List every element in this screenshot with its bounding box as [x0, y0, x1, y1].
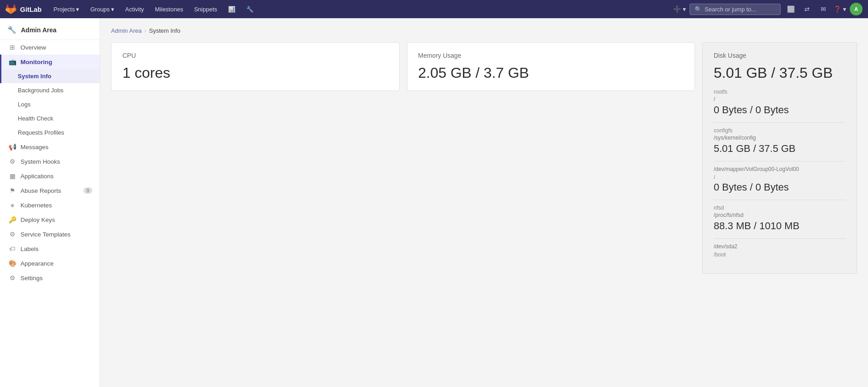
- plus-icon[interactable]: ➕ ▾: [673, 3, 686, 15]
- sidebar-item-abuse-reports[interactable]: ⚑ Abuse Reports 0: [0, 183, 100, 198]
- nav-activity[interactable]: Activity: [121, 4, 148, 15]
- sidebar-item-background-jobs[interactable]: Background Jobs: [0, 83, 100, 97]
- sidebar-item-label: System Hooks: [20, 158, 60, 165]
- search-box[interactable]: 🔍 Search or jump to...: [690, 4, 781, 15]
- breadcrumb: Admin Area › System Info: [111, 27, 857, 34]
- disk-entry-path: /proc/fs/nfsd: [714, 212, 846, 218]
- page-layout: 🔧 Admin Area ⊞ Overview 📺 Monitoring Sys…: [0, 18, 868, 387]
- cpu-title: CPU: [122, 52, 388, 59]
- disk-entry-configfs: configfs /sys/kernel/config 5.01 GB / 37…: [714, 127, 846, 155]
- memory-card: Memory Usage 2.05 GB / 3.7 GB: [407, 42, 695, 91]
- kubernetes-icon: ⎈: [9, 201, 16, 209]
- nav-groups[interactable]: Groups ▾: [86, 4, 119, 15]
- nav-links: Projects ▾ Groups ▾ Activity Milestones …: [49, 4, 674, 15]
- disk-entry-value: 88.3 MB / 1010 MB: [714, 220, 846, 232]
- sidebar-item-label: Health Check: [18, 115, 53, 122]
- nav-chart-icon[interactable]: 📊: [223, 4, 240, 15]
- sidebar-item-label: Service Templates: [20, 231, 71, 238]
- sidebar-item-messages[interactable]: 📢 Messages: [0, 140, 100, 154]
- main-content: Admin Area › System Info CPU 1 cores Mem…: [100, 18, 868, 387]
- hook-icon: ⚙: [9, 158, 16, 165]
- nav-milestones[interactable]: Milestones: [150, 4, 188, 15]
- sidebar-item-service-templates[interactable]: ⚙ Service Templates: [0, 227, 100, 241]
- sidebar-item-appearance[interactable]: 🎨 Appearance: [0, 256, 100, 271]
- disk-divider-4: [714, 238, 846, 239]
- sidebar-item-label: Messages: [20, 144, 49, 151]
- sidebar: 🔧 Admin Area ⊞ Overview 📺 Monitoring Sys…: [0, 18, 100, 387]
- sidebar-header: 🔧 Admin Area: [0, 18, 100, 40]
- disk-entry-path: /sys/kernel/config: [714, 135, 846, 141]
- screen-icon[interactable]: ⬜: [784, 3, 797, 15]
- sidebar-item-label: Settings: [20, 275, 43, 281]
- sidebar-item-kubernetes[interactable]: ⎈ Kubernetes: [0, 198, 100, 212]
- disk-entry-nfsd: nfsd /proc/fs/nfsd 88.3 MB / 1010 MB: [714, 205, 846, 232]
- labels-icon: 🏷: [9, 245, 16, 252]
- disk-entry-value: 0 Bytes / 0 Bytes: [714, 104, 846, 116]
- sidebar-item-logs[interactable]: Logs: [0, 97, 100, 111]
- content-area: CPU 1 cores Memory Usage 2.05 GB / 3.7 G…: [111, 42, 857, 274]
- disk-entry-label: /boot: [714, 251, 846, 258]
- breadcrumb-parent[interactable]: Admin Area: [111, 27, 142, 34]
- inbox-icon[interactable]: ✉: [817, 3, 830, 15]
- disk-divider-2: [714, 161, 846, 161]
- sidebar-item-label: Requests Profiles: [18, 129, 64, 136]
- nav-right: ➕ ▾ 🔍 Search or jump to... ⬜ ⇄ ✉ ❓ ▾ A: [673, 3, 863, 15]
- merge-icon[interactable]: ⇄: [801, 3, 813, 15]
- sidebar-item-label: Kubernetes: [20, 202, 52, 209]
- sidebar-item-applications[interactable]: ▦ Applications: [0, 169, 100, 183]
- brand-name: GitLab: [20, 5, 42, 13]
- apps-icon: ▦: [9, 172, 16, 180]
- disk-entry-path: /dev/sda2: [714, 243, 846, 250]
- sidebar-item-labels[interactable]: 🏷 Labels: [0, 241, 100, 256]
- sidebar-item-label: Logs: [18, 101, 30, 108]
- memory-title: Memory Usage: [418, 52, 684, 59]
- search-placeholder: Search or jump to...: [705, 6, 756, 13]
- sidebar-item-label: Overview: [20, 44, 46, 51]
- cpu-card: CPU 1 cores: [111, 42, 400, 91]
- sidebar-item-deploy-keys[interactable]: 🔑 Deploy Keys: [0, 212, 100, 227]
- sidebar-item-system-hooks[interactable]: ⚙ System Hooks: [0, 154, 100, 169]
- left-cards: CPU 1 cores Memory Usage 2.05 GB / 3.7 G…: [111, 42, 695, 274]
- disk-entry-label: nfsd: [714, 205, 846, 211]
- disk-card: Disk Usage 5.01 GB / 37.5 GB rootfs / 0 …: [702, 42, 857, 274]
- abuse-badge: 0: [83, 187, 92, 194]
- disk-entry-label: rootfs: [714, 89, 846, 95]
- sidebar-item-label: Background Jobs: [18, 87, 63, 94]
- disk-entry-sda2: /dev/sda2 /boot: [714, 243, 846, 258]
- brand-logo[interactable]: GitLab: [5, 4, 42, 15]
- sidebar-item-requests-profiles[interactable]: Requests Profiles: [0, 126, 100, 140]
- sidebar-item-health-check[interactable]: Health Check: [0, 111, 100, 126]
- sidebar-item-label: Monitoring: [20, 59, 52, 65]
- settings-icon: ⚙: [9, 274, 16, 281]
- warning-icon: ⚑: [9, 187, 16, 194]
- sidebar-item-overview[interactable]: ⊞ Overview: [0, 40, 100, 55]
- nav-projects[interactable]: Projects ▾: [49, 4, 84, 15]
- disk-divider: [714, 122, 846, 123]
- sidebar-item-settings[interactable]: ⚙ Settings: [0, 271, 100, 285]
- user-avatar[interactable]: A: [850, 3, 863, 15]
- nav-wrench-icon[interactable]: 🔧: [242, 4, 258, 15]
- disk-entry-devmapper: /dev/mapper/VolGroup00-LogVol00 / 0 Byte…: [714, 166, 846, 193]
- monitor-icon: 📺: [9, 58, 16, 65]
- sidebar-item-label: System Info: [18, 73, 51, 80]
- help-icon[interactable]: ❓ ▾: [833, 3, 846, 15]
- service-icon: ⚙: [9, 231, 16, 238]
- disk-entry-path: /dev/mapper/VolGroup00-LogVol00: [714, 166, 846, 172]
- sidebar-item-label: Abuse Reports: [20, 187, 61, 194]
- search-icon: 🔍: [695, 6, 702, 13]
- disk-title: Disk Usage: [714, 52, 846, 59]
- disk-entry-path: /: [714, 96, 846, 102]
- disk-entry-value: 0 Bytes / 0 Bytes: [714, 181, 846, 193]
- sidebar-item-system-info[interactable]: System Info: [0, 69, 100, 83]
- disk-divider-3: [714, 200, 846, 200]
- nav-snippets[interactable]: Snippets: [189, 4, 222, 15]
- breadcrumb-separator: ›: [144, 27, 146, 34]
- top-navbar: GitLab Projects ▾ Groups ▾ Activity Mile…: [0, 0, 868, 18]
- breadcrumb-current: System Info: [149, 27, 181, 34]
- disk-entry-value: 5.01 GB / 37.5 GB: [714, 143, 846, 155]
- cpu-value: 1 cores: [122, 65, 388, 81]
- sidebar-item-monitoring[interactable]: 📺 Monitoring: [0, 55, 100, 69]
- broadcast-icon: 📢: [9, 143, 16, 151]
- disk-main-value: 5.01 GB / 37.5 GB: [714, 65, 846, 81]
- disk-entry-label: configfs: [714, 127, 846, 134]
